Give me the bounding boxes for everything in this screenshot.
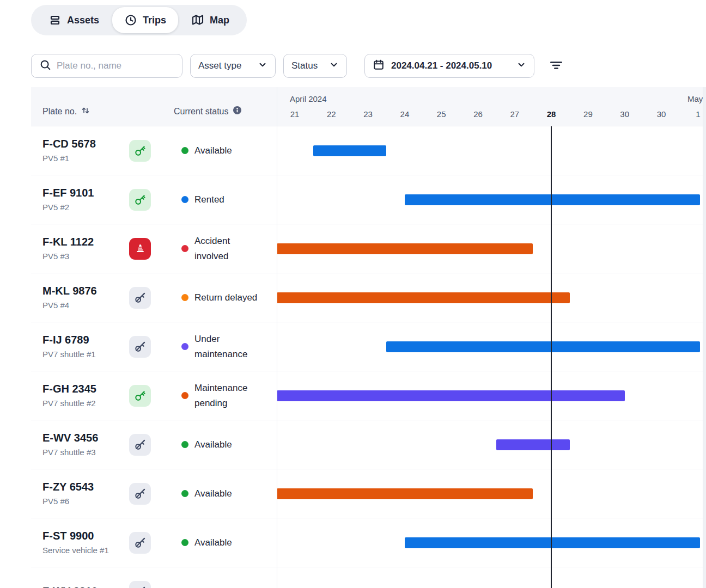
today-marker-line <box>551 126 552 588</box>
tab-assets[interactable]: Assets <box>36 7 111 33</box>
row-timeline <box>277 273 706 322</box>
search-box <box>31 54 182 78</box>
timeline-tick: 24 <box>400 109 410 119</box>
status-text: Available <box>194 143 265 158</box>
accident-icon <box>129 238 151 260</box>
status-text: Accident involved <box>194 234 265 264</box>
key-available-icon <box>129 189 151 211</box>
row-timeline <box>277 126 706 175</box>
plate-block: E-WV 3456 PV7 shuttle #3 <box>42 431 98 459</box>
status-cell: Maintenance pending <box>181 381 265 411</box>
clock-icon <box>124 14 137 27</box>
table-row[interactable]: F-KL 1122 PV5 #3 <box>31 224 706 273</box>
table-row[interactable]: F-WV 3210 <box>31 567 706 588</box>
plate-block: F-ST 9900 Service vehicle #1 <box>42 529 109 557</box>
plate-number: M-KL 9876 <box>42 284 97 298</box>
row-timeline <box>277 371 706 420</box>
asset-name: Service vehicle #1 <box>42 544 109 557</box>
plate-column-label: Plate no. <box>42 107 77 117</box>
status-text: Maintenance pending <box>194 381 265 411</box>
timeline-tick: 30 <box>620 109 629 119</box>
plate-number: F-EF 9101 <box>42 186 94 200</box>
asset-name: PV5 #4 <box>42 299 97 312</box>
asset-name: PV5 #1 <box>42 152 96 165</box>
chevron-down-icon <box>329 60 339 72</box>
asset-name: PV7 shuttle #2 <box>42 397 96 410</box>
trip-bar[interactable] <box>277 488 533 499</box>
search-icon <box>39 59 51 74</box>
plate-number: F-GH 2345 <box>42 382 96 396</box>
date-range-picker[interactable]: 2024.04.21 - 2024.05.10 <box>364 54 534 78</box>
status-dot <box>181 245 188 252</box>
timeline-tick: 23 <box>363 109 373 119</box>
plate-block: F-CD 5678 PV5 #1 <box>42 137 96 165</box>
status-text: Return delayed <box>194 290 265 305</box>
tab-trips-label: Trips <box>143 15 166 26</box>
status-dot <box>181 343 188 350</box>
status-cell: Accident involved <box>181 234 265 264</box>
column-divider <box>277 87 277 588</box>
trip-bar[interactable] <box>386 341 699 352</box>
trip-bar[interactable] <box>405 194 700 205</box>
tab-map[interactable]: Map <box>179 7 241 33</box>
status-cell: Available <box>181 535 265 550</box>
plate-number: F-CD 5678 <box>42 137 96 151</box>
table-row[interactable]: F-IJ 6789 PV7 shuttle #1 <box>31 322 706 371</box>
table-row[interactable]: F-ZY 6543 PV5 #6 <box>31 469 706 518</box>
column-header-status: Current status <box>174 105 242 118</box>
asset-name: PV7 shuttle #3 <box>42 446 98 459</box>
trip-bar[interactable] <box>277 390 625 401</box>
filter-lines-icon <box>549 58 563 74</box>
trip-bar[interactable] <box>277 243 533 254</box>
calendar-icon <box>373 59 385 74</box>
date-range-value: 2024.04.21 - 2024.05.10 <box>391 60 510 71</box>
sort-icon[interactable] <box>81 106 90 118</box>
status-dot <box>181 441 188 448</box>
status-cell: Under maintenance <box>181 332 265 362</box>
row-timeline <box>277 469 706 518</box>
chevron-down-icon <box>516 60 526 72</box>
timeline-tick: 21 <box>290 109 300 119</box>
table-row[interactable]: F-ST 9900 Service vehicle #1 <box>31 518 706 567</box>
table-row[interactable]: F-CD 5678 PV5 #1 <box>31 126 706 175</box>
info-icon[interactable] <box>232 105 242 118</box>
trip-bar[interactable] <box>496 439 570 450</box>
tab-assets-label: Assets <box>67 15 99 26</box>
status-column-label: Current status <box>174 107 228 117</box>
search-input[interactable] <box>57 60 174 71</box>
plate-block: F-WV 3210 <box>42 584 98 588</box>
timeline-tick: 29 <box>583 109 593 119</box>
asset-type-dropdown[interactable]: Asset type <box>190 54 276 78</box>
plate-number: F-IJ 6789 <box>42 333 96 347</box>
status-cell: Rented <box>181 192 265 207</box>
row-timeline <box>277 322 706 371</box>
key-off-icon <box>129 287 151 309</box>
plate-block: F-IJ 6789 PV7 shuttle #1 <box>42 333 96 361</box>
table-body: F-CD 5678 PV5 #1 <box>31 126 706 588</box>
column-header-plate: Plate no. <box>42 106 90 118</box>
plate-number: E-WV 3456 <box>42 431 98 445</box>
row-timeline <box>277 518 706 567</box>
trip-bar[interactable] <box>277 292 570 303</box>
tab-map-label: Map <box>210 15 229 26</box>
status-dropdown[interactable]: Status <box>283 54 347 78</box>
table-row[interactable]: E-WV 3456 PV7 shuttle #3 <box>31 420 706 469</box>
plate-block: F-KL 1122 PV5 #3 <box>42 235 94 263</box>
filter-bar: Asset type Status 2024.04.21 - 2024.05.1… <box>31 54 568 78</box>
table-row[interactable]: F-GH 2345 PV7 shuttle #2 <box>31 371 706 420</box>
table-row[interactable]: F-EF 9101 PV5 #2 <box>31 175 706 224</box>
status-cell: Return delayed <box>181 290 265 305</box>
trips-gantt-table: Plate no. Current status <box>31 87 706 588</box>
tab-trips[interactable]: Trips <box>112 7 178 33</box>
plate-number: F-ZY 6543 <box>42 480 94 494</box>
timeline-tick: 30 <box>657 109 666 119</box>
status-dot <box>181 294 188 301</box>
trip-bar[interactable] <box>313 145 387 156</box>
trip-bar[interactable] <box>405 537 700 548</box>
plate-block: F-GH 2345 PV7 shuttle #2 <box>42 382 96 410</box>
plate-number: F-ST 9900 <box>42 529 109 543</box>
more-filters-button[interactable] <box>544 54 568 78</box>
asset-name: PV5 #2 <box>42 201 94 214</box>
table-row[interactable]: M-KL 9876 PV5 #4 <box>31 273 706 322</box>
asset-name: PV7 shuttle #1 <box>42 348 96 361</box>
